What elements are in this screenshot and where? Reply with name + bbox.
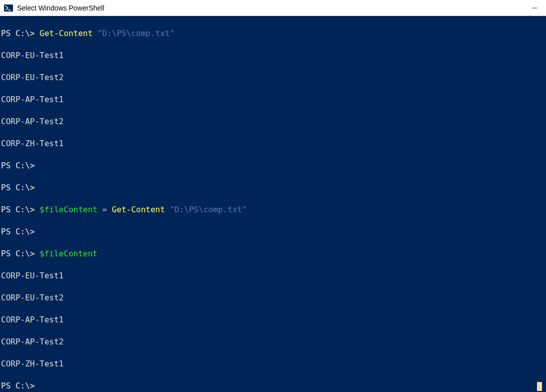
titlebar[interactable]: Select Windows PowerShell — [0, 0, 546, 16]
prompt-line: PS C:\> — [0, 182, 546, 193]
terminal-cursor — [537, 382, 542, 391]
cmd-line: PS C:\> Get-Content "D:\PS\comp.txt" — [0, 28, 546, 39]
cmd-line: PS C:\> $fileContent = Get-Content "D:\P… — [0, 204, 546, 215]
output-line: CORP-AP-Test2 — [0, 336, 546, 347]
prompt-line: PS C:\> — [0, 380, 546, 391]
minimize-button[interactable] — [523, 0, 546, 16]
window-controls — [523, 0, 546, 16]
svg-rect-0 — [4, 5, 13, 12]
window-title: Select Windows PowerShell — [17, 4, 104, 12]
output-line: CORP-EU-Test2 — [0, 72, 546, 83]
output-line: CORP-EU-Test1 — [0, 270, 546, 281]
output-line: CORP-EU-Test1 — [0, 50, 546, 61]
output-line: CORP-AP-Test1 — [0, 314, 546, 325]
cmd-line: PS C:\> $fileContent — [0, 248, 546, 259]
output-line: CORP-ZH-Test1 — [0, 138, 546, 149]
output-line: CORP-ZH-Test1 — [0, 358, 546, 369]
prompt-line: PS C:\> — [0, 226, 546, 237]
powershell-icon — [4, 4, 13, 13]
minimize-icon — [531, 5, 537, 11]
output-line: CORP-EU-Test2 — [0, 292, 546, 303]
prompt-line: PS C:\> — [0, 160, 546, 171]
terminal-area[interactable]: PS C:\> Get-Content "D:\PS\comp.txt" COR… — [0, 16, 546, 392]
output-line: CORP-AP-Test2 — [0, 116, 546, 127]
output-line: CORP-AP-Test1 — [0, 94, 546, 105]
